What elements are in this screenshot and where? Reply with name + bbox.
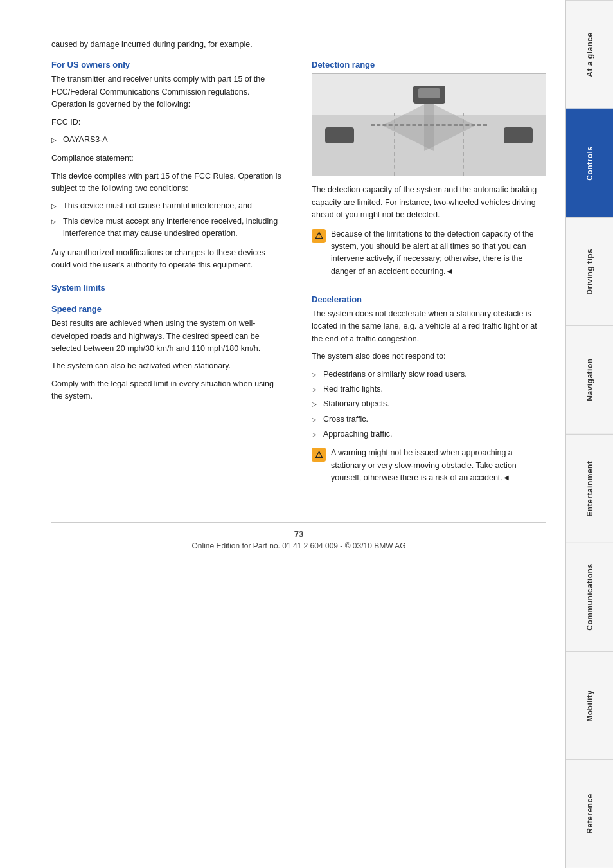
deceleration-warning-text: A warning might not be issued when appro… bbox=[331, 447, 546, 484]
sidebar-tab-driving-tips[interactable]: Driving tips bbox=[566, 217, 613, 326]
sidebar-tab-navigation[interactable]: Navigation bbox=[566, 325, 613, 434]
left-column: For US owners only The transmitter and r… bbox=[51, 60, 292, 496]
speed-range-para2: The system can also be activated when st… bbox=[51, 360, 286, 372]
road-line-right bbox=[463, 113, 464, 176]
decel-item-4: Cross traffic. bbox=[312, 413, 546, 426]
detection-range-title: Detection range bbox=[312, 60, 546, 69]
detection-dashes bbox=[371, 124, 488, 126]
intro-paragraph: caused by damage incurred during parking… bbox=[51, 39, 546, 51]
sidebar: At a glance Controls Driving tips Naviga… bbox=[565, 0, 613, 868]
sidebar-tab-entertainment[interactable]: Entertainment bbox=[566, 434, 613, 543]
car-left bbox=[325, 127, 354, 143]
edition-text: Online Edition for Part no. 01 41 2 604 … bbox=[51, 541, 546, 550]
sidebar-tab-at-a-glance[interactable]: At a glance bbox=[566, 0, 613, 109]
conditions-list: This device must not cause harmful inter… bbox=[51, 200, 286, 240]
warning-icon-1: ⚠ bbox=[312, 229, 326, 243]
deceleration-para1: The system does not decelerate when a st… bbox=[312, 308, 546, 345]
decel-item-2: Red traffic lights. bbox=[312, 383, 546, 395]
sidebar-tab-controls[interactable]: Controls bbox=[566, 109, 613, 217]
detection-range-diagram bbox=[312, 73, 546, 176]
car-center bbox=[413, 86, 445, 104]
speed-range-para1: Best results are achieved when using the… bbox=[51, 318, 286, 355]
sidebar-tab-reference[interactable]: Reference bbox=[566, 759, 613, 868]
deceleration-items-list: Pedestrians or similarly slow road users… bbox=[312, 368, 546, 441]
road-line-left bbox=[394, 113, 395, 176]
decel-item-3: Stationary objects. bbox=[312, 398, 546, 410]
fcc-value-item: OAYARS3-A bbox=[51, 134, 286, 146]
decel-item-5: Approaching traffic. bbox=[312, 428, 546, 440]
for-us-para1: The transmitter and receiver units compl… bbox=[51, 73, 286, 111]
condition-item-2: This device must accept any interference… bbox=[51, 215, 286, 240]
decel-item-1: Pedestrians or similarly slow road users… bbox=[312, 368, 546, 381]
sidebar-tab-mobility[interactable]: Mobility bbox=[566, 651, 613, 760]
compliance-label: Compliance statement: bbox=[51, 152, 286, 165]
condition-item-1: This device must not cause harmful inter… bbox=[51, 200, 286, 212]
right-column: Detection range The detection capacity o… bbox=[312, 60, 546, 496]
detection-warning-text: Because of the limitations to the detect… bbox=[331, 228, 546, 278]
fcc-label: FCC ID: bbox=[51, 116, 286, 129]
unauthorized-para: Any unauthorized modifications or change… bbox=[51, 247, 286, 272]
footer: 73 Online Edition for Part no. 01 41 2 6… bbox=[51, 522, 546, 550]
speed-range-para3: Comply with the legal speed limit in eve… bbox=[51, 378, 286, 403]
deceleration-warning-box: ⚠ A warning might not be issued when app… bbox=[312, 447, 546, 489]
car-right bbox=[504, 127, 533, 143]
page-number: 73 bbox=[51, 529, 546, 539]
two-column-layout: For US owners only The transmitter and r… bbox=[51, 60, 546, 496]
for-us-title: For US owners only bbox=[51, 60, 286, 69]
main-content: caused by damage incurred during parking… bbox=[0, 0, 565, 868]
warning-icon-2: ⚠ bbox=[312, 448, 326, 462]
detection-warning-box: ⚠ Because of the limitations to the dete… bbox=[312, 228, 546, 284]
detection-range-para1: The detection capacity of the system and… bbox=[312, 184, 546, 221]
fcc-value-list: OAYARS3-A bbox=[51, 134, 286, 146]
deceleration-para2: The system also does not respond to: bbox=[312, 350, 546, 363]
sidebar-tab-communications[interactable]: Communications bbox=[566, 543, 613, 651]
deceleration-title: Deceleration bbox=[312, 294, 546, 304]
system-limits-title: System limits bbox=[51, 283, 286, 293]
speed-range-title: Speed range bbox=[51, 304, 286, 314]
compliance-para: This device complies with part 15 of the… bbox=[51, 170, 286, 195]
